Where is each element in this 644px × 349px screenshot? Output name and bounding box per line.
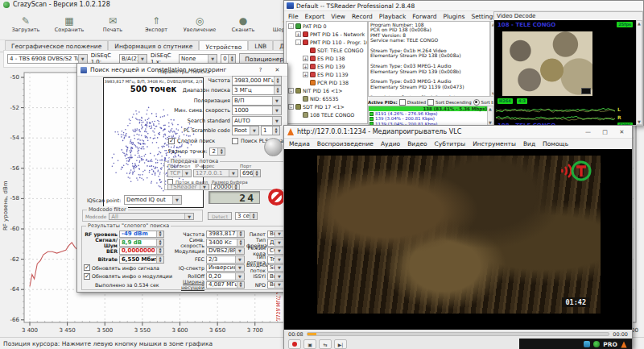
snapshot-button[interactable]: ▣ [303,339,316,349]
result-spinner[interactable]: 3400 Кс▲▼ [206,239,245,247]
pls-code-checkbox[interactable] [232,138,238,144]
menu-export[interactable]: Export [305,13,325,20]
menu-settings[interactable]: Settings [471,13,496,20]
result-combo[interactable]: Single▼ [267,264,284,272]
vlc-taskbar-icon[interactable] [621,341,626,347]
result-combo[interactable]: Инверсия▼ [206,264,245,272]
collapse-icon[interactable]: - [288,23,294,29]
result-spinner[interactable]: 6,550 Мбит▲▼ [119,256,164,264]
minimize-button[interactable]: — [581,127,595,136]
frame-step-button[interactable]: ▶| [334,339,347,349]
tree-item-es-pid-1139[interactable]: +ES PID 1139 [287,70,367,78]
menu-record[interactable]: Record [352,13,373,20]
result-combo[interactable]: Transport▼ [267,256,284,264]
detect-button[interactable]: Detect [208,212,232,220]
tree-item-es-pid-139[interactable]: +ES PID 139 [287,62,367,70]
сохранить-toolbar-button[interactable]: ▦Сохранить [48,10,90,38]
maximize-button[interactable]: □ [598,127,612,136]
tree-item-pcr-pid-138[interactable]: PCR PID 138 [287,78,367,86]
param-combo[interactable]: AUTO▼ [232,116,282,126]
vlc-menu-субтитры[interactable]: Субтитры [435,140,466,147]
param-spin[interactable]: 3 МГц▲▼ [232,85,282,95]
result-combo[interactable]: Длинный▼ [267,239,284,247]
ip-address-field[interactable]: 127.0.0.1▼ [193,169,238,177]
tree-item-nit-pid-16-1-[interactable]: -NIT PID 16 <1> [287,86,367,94]
экспорт-toolbar-button[interactable]: ⇑Экспорт [135,10,177,38]
param-combo[interactable]: Root▼ [232,126,259,135]
collapse-icon[interactable]: - [295,39,301,45]
tray-icon[interactable] [593,341,600,347]
загрузить-toolbar-button[interactable]: ✎Загрузить [5,10,47,38]
печать-toolbar-button[interactable]: ✉Печать [92,10,134,38]
scroll-down-icon[interactable]: ▼ [638,119,641,124]
result-spinner[interactable]: 3983,817 МГц▲▼ [206,231,245,239]
seek-slider[interactable] [307,332,610,336]
tsreader-pid-tree[interactable]: -PAT PID 0+PMT PID 16 - Network-PMT PID … [286,21,368,124]
vlc-menu-видео[interactable]: Видео [407,140,427,147]
menu-playback[interactable]: Playback [379,13,406,20]
tuner-select[interactable]: 4 - TBS 6908 DVBS/S2 Tuner 3▼ [7,54,88,64]
result-combo[interactable]: DVBS2/8PSK▼ [206,247,245,256]
expand-icon[interactable]: + [303,72,308,77]
tree-item-pmt-pid-16-network[interactable]: +PMT PID 16 - Network [287,30,367,38]
update-info-checkbox[interactable] [84,273,90,280]
vlc-menu-инструменты[interactable]: Инструменты [473,140,516,147]
iqscan-select[interactable]: Demod IQ out▼ [124,195,182,205]
result-spinner[interactable]: 8,9 dB▲▼ [119,239,164,247]
expand-icon[interactable]: + [303,56,308,61]
dot-size-spinner[interactable]: 2▲▼ [209,147,225,156]
tree-item-sdt-tele-congo[interactable]: SDT: TELE CONGO [287,46,367,54]
result-combo[interactable]: Выкл.▼ [267,281,284,289]
pl-code-spinner[interactable]: 1▲▼ [261,126,280,135]
scroll-up-icon[interactable]: ▲ [638,21,641,26]
result-spinner[interactable]: -49 dBm▲▼ [119,231,164,239]
menu-view[interactable]: View [331,13,345,20]
menu-file[interactable]: File [288,13,299,20]
close-icon[interactable]: ✕ [615,127,629,136]
scroll-up-icon[interactable]: ▲ [489,106,492,111]
loop-ab-button[interactable]: ⇆ [319,339,332,349]
disabled-checkbox[interactable] [399,99,406,106]
result-spinner[interactable]: 0,0000000▲▼ [119,247,164,256]
result-combo[interactable]: Выкл.▼ [267,272,284,280]
active-pids-list[interactable]: 138 (83.41% - 5.36 Mbps)8191 (4.26% - 27… [368,106,489,127]
menu-forward[interactable]: Forward [412,13,436,20]
close-icon[interactable]: ✕ [270,65,284,74]
blind-search-checkbox[interactable] [168,138,175,144]
port-spinner[interactable]: 6961▲▼ [240,169,261,177]
collapse-icon[interactable]: - [288,104,294,110]
help-button[interactable]: ? [254,65,267,74]
record-button[interactable] [288,339,301,349]
expand-icon[interactable]: + [295,31,301,37]
tree-item-sdt-pid-17-1-[interactable]: -SDT PID 17 <1> [287,102,367,110]
result-spinner[interactable]: 4,087 МГц▲▼ [206,281,245,289]
sort-descending-checkbox[interactable] [427,99,434,106]
tree-item-nid-65535[interactable]: NID: 65535 [287,94,367,102]
сканить-toolbar-button[interactable]: ●Сканить [222,10,264,38]
tree-item-108-tele-congo[interactable]: 108 TELE CONGO [287,110,367,118]
vlc-menu-медиа[interactable]: Медиа [289,140,310,147]
modcode-select[interactable]: All▼ [109,213,194,220]
menu-plugins[interactable]: Plugins [444,13,465,20]
detect-interval-spinner[interactable]: 3 сек▲▼ [235,212,258,220]
vlc-menu-воспроизведение[interactable]: Воспроизведение [317,140,374,147]
tree-item-es-pid-138[interactable]: +ES PID 138 [287,54,367,62]
param-spin[interactable]: 3983,000 МГц▲▼ [232,76,282,85]
expand-icon[interactable]: + [303,64,308,69]
vlc-menu-вид[interactable]: Вид [523,140,535,147]
param-combo[interactable]: 1000▼ [232,106,282,115]
update-info-checkbox[interactable] [84,264,90,271]
result-combo[interactable]: Вкл.▼ [267,231,284,239]
result-combo[interactable]: 0,20▼ [206,272,245,280]
client-select[interactable]: TSReader▼ [167,184,209,190]
result-combo[interactable]: CCM▼ [267,247,284,256]
tree-item-pat-pid-0[interactable]: -PAT PID 0 [287,22,367,30]
video-decode-scrollbar[interactable]: ▲▼ [636,20,642,125]
vlc-video-area[interactable]: 01:42 [284,149,632,330]
param-combo[interactable]: В/П▼ [232,96,282,106]
collapse-icon[interactable]: - [288,88,294,93]
buffer-spinner[interactable]: 200000▲▼ [211,184,240,190]
sort-by-rate-radio[interactable] [473,99,480,106]
result-combo[interactable]: 2/3▼ [206,256,245,264]
pids-scrollbar[interactable]: ▲▼ [487,106,493,126]
